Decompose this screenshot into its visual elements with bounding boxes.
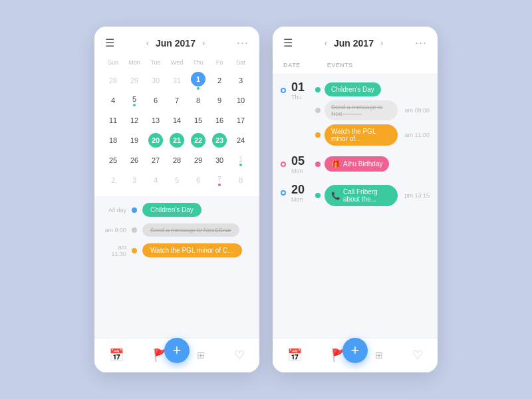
- table-row[interactable]: 3: [124, 171, 145, 190]
- table-row[interactable]: 20: [145, 131, 166, 150]
- table-row[interactable]: 30: [209, 151, 230, 170]
- event-time-9am: am 9:00: [102, 227, 126, 233]
- table-row[interactable]: 7: [209, 171, 230, 190]
- left-prev-arrow[interactable]: ‹: [144, 37, 152, 49]
- agenda-date-day-01: Thu: [291, 94, 310, 100]
- right-nav-calendar-icon[interactable]: 📅: [287, 348, 302, 362]
- table-row[interactable]: 4: [102, 91, 124, 110]
- table-row[interactable]: 8: [230, 171, 251, 190]
- table-row[interactable]: 25: [102, 151, 124, 170]
- agenda-events-05: 🎁 Aihu Birthday: [315, 156, 430, 172]
- right-panel: ☰ ‹ Jun 2017 › ··· DATE EVENTS 01 Thu: [273, 27, 438, 372]
- left-nav-calendar-icon[interactable]: 📅: [109, 348, 124, 362]
- table-row[interactable]: 13: [145, 111, 166, 130]
- table-row[interactable]: 24: [230, 131, 251, 150]
- agenda-event-pill-birthday[interactable]: 🎁 Aihu Birthday: [325, 156, 389, 172]
- table-row[interactable]: 9: [209, 91, 230, 110]
- agenda-event-row: Watch the PGL minor of... am 11:00: [315, 124, 430, 146]
- table-row[interactable]: 6: [145, 91, 166, 110]
- right-menu-icon[interactable]: ☰: [283, 37, 293, 49]
- agenda-event-dot-red: [315, 162, 321, 167]
- event-time-11am: am 11:30: [102, 244, 126, 257]
- table-row[interactable]: 29: [124, 71, 145, 90]
- left-month-title: Jun 2017: [156, 38, 196, 49]
- agenda-row-01: 01 Thu Children's Day Send a message to …: [281, 81, 430, 146]
- table-row[interactable]: 30: [145, 71, 166, 90]
- agenda-event-row: 🎁 Aihu Birthday: [315, 156, 430, 172]
- right-fab-button[interactable]: +: [342, 338, 368, 363]
- table-row[interactable]: 14: [166, 111, 188, 130]
- table-row[interactable]: 3: [230, 71, 251, 90]
- right-month-title: Jun 2017: [334, 38, 374, 49]
- event-pill-childrens-day[interactable]: Children's Day: [142, 203, 201, 217]
- table-row[interactable]: 28: [102, 71, 124, 90]
- table-row[interactable]: 23: [209, 131, 230, 150]
- right-prev-arrow[interactable]: ‹: [322, 37, 330, 49]
- right-nav-heart-icon[interactable]: ♡: [412, 348, 423, 362]
- table-row[interactable]: 12: [124, 111, 145, 130]
- agenda-event-time-call: pm 13:15: [404, 192, 430, 199]
- agenda-event-time-message: am 09:00: [404, 107, 430, 114]
- table-row[interactable]: 28: [166, 151, 188, 170]
- right-next-arrow[interactable]: ›: [378, 37, 386, 49]
- agenda-event-pill-message[interactable]: Send a message to Noo ———: [325, 100, 398, 120]
- weekday-sat: Sat: [230, 57, 251, 68]
- table-row[interactable]: 5: [124, 91, 145, 110]
- weekday-mon: Mon: [124, 57, 145, 68]
- gift-icon: 🎁: [331, 160, 340, 168]
- event-pill-message[interactable]: Send a message to Noo&Snar: [142, 223, 239, 237]
- table-row[interactable]: 7: [166, 91, 188, 110]
- calendar-grid: 28 29 30 31 1 2 3 4 5 6 7 8 9: [102, 71, 251, 190]
- agenda-date-day-20: Mon: [291, 196, 310, 203]
- table-row[interactable]: 26: [124, 151, 145, 170]
- table-row[interactable]: 21: [166, 131, 188, 150]
- event-dot-blue: [132, 207, 137, 213]
- left-fab-button[interactable]: +: [164, 338, 190, 363]
- table-row[interactable]: 2: [102, 171, 124, 190]
- left-next-arrow[interactable]: ›: [200, 37, 207, 49]
- table-row[interactable]: 31: [166, 71, 188, 90]
- weekday-tue: Tue: [145, 57, 166, 68]
- agenda-event-pill-pgl[interactable]: Watch the PGL minor of...: [325, 124, 398, 146]
- agenda-date-info-01: 01 Thu: [291, 81, 310, 100]
- event-all-day: All day Children's Day: [102, 203, 251, 217]
- left-dots-icon[interactable]: ···: [237, 36, 249, 50]
- agenda-list: 01 Thu Children's Day Send a message to …: [273, 74, 438, 372]
- event-dot-orange: [132, 248, 137, 253]
- weekdays-row: Sun Mon Tue Wed Thu Fri Sat: [102, 57, 251, 68]
- table-row[interactable]: 19: [124, 131, 145, 150]
- agenda-circle-05: [281, 162, 286, 167]
- agenda-event-pill-call[interactable]: 📞 Call Friberg about the...: [325, 185, 398, 206]
- agenda-circle-20: [281, 190, 286, 196]
- table-row[interactable]: 29: [188, 151, 209, 170]
- table-row[interactable]: 5: [166, 171, 188, 190]
- table-row[interactable]: 18: [102, 131, 124, 150]
- event-pill-pgl[interactable]: Watch the PGL minor of CSGO: [142, 243, 242, 257]
- table-row[interactable]: 16: [209, 111, 230, 130]
- left-menu-icon[interactable]: ☰: [105, 37, 114, 49]
- table-row[interactable]: 11: [102, 111, 124, 130]
- table-row[interactable]: 1: [188, 71, 209, 90]
- table-row[interactable]: 10: [230, 91, 251, 110]
- agenda-date-info-20: 20 Mon: [291, 184, 310, 203]
- weekday-sun: Sun: [102, 57, 124, 68]
- left-nav-heart-icon[interactable]: ♡: [234, 348, 245, 362]
- table-row[interactable]: 17: [230, 111, 251, 130]
- table-row[interactable]: 15: [188, 111, 209, 130]
- table-row[interactable]: 22: [188, 131, 209, 150]
- table-row[interactable]: 6: [188, 171, 209, 190]
- table-row[interactable]: 8: [188, 91, 209, 110]
- left-nav-grid-icon[interactable]: ⊞: [197, 350, 205, 360]
- agenda-date-num-20: 20: [291, 184, 310, 196]
- agenda-date-day-05: Mon: [291, 168, 310, 174]
- agenda-circle-01: [281, 88, 286, 93]
- right-nav-grid-icon[interactable]: ⊞: [375, 350, 383, 360]
- table-row[interactable]: 4: [145, 171, 166, 190]
- table-row[interactable]: 1: [230, 151, 251, 170]
- agenda-row-05: 05 Mon 🎁 Aihu Birthday: [281, 155, 430, 174]
- right-dots-icon[interactable]: ···: [415, 36, 427, 50]
- table-row[interactable]: 27: [145, 151, 166, 170]
- agenda-date-info-05: 05 Mon: [291, 155, 310, 174]
- table-row[interactable]: 2: [209, 71, 230, 90]
- agenda-event-pill-childrens-day[interactable]: Children's Day: [325, 82, 381, 96]
